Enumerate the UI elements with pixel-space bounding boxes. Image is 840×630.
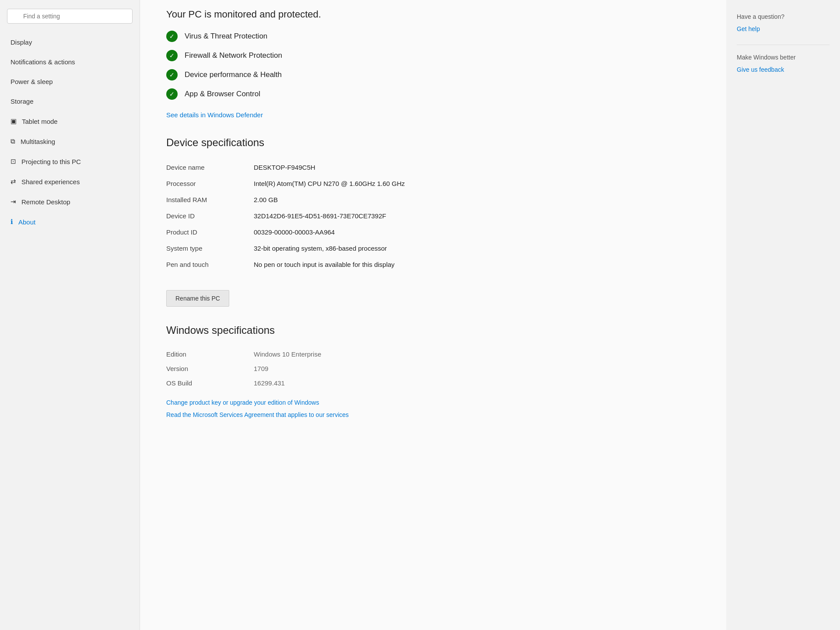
shared-label: Shared experiences [21, 178, 80, 186]
sidebar-item-multitasking[interactable]: ⧉ Multitasking [0, 131, 140, 151]
projecting-label: Projecting to this PC [21, 158, 81, 165]
windows-spec-value-os-build: 16299.431 [254, 376, 700, 390]
right-feedback-section: Make Windows better Give us feedback [737, 54, 830, 73]
device-perf-label: Device performance & Health [185, 70, 282, 79]
about-icon: ℹ [10, 218, 13, 226]
services-link[interactable]: Read the Microsoft Services Agreement th… [166, 411, 700, 418]
spec-row-ram: Installed RAM 2.00 GB [166, 192, 700, 208]
windows-spec-row-edition: Edition Windows 10 Enterprise [166, 347, 700, 361]
spec-value-device-id: 32D142D6-91E5-4D51-8691-73E70CE7392F [254, 208, 700, 224]
right-divider [737, 45, 830, 45]
windows-spec-row-os-build: OS Build 16299.431 [166, 376, 700, 390]
windows-spec-section: Windows specifications Edition Windows 1… [166, 324, 700, 418]
spec-label-ram: Installed RAM [166, 192, 254, 208]
see-details-link[interactable]: See details in Windows Defender [166, 111, 263, 119]
windows-spec-row-version: Version 1709 [166, 361, 700, 376]
spec-label-pen-touch: Pen and touch [166, 256, 254, 273]
spec-row-product-id: Product ID 00329-00000-00003-AA964 [166, 224, 700, 240]
windows-spec-label-version: Version [166, 361, 254, 376]
sidebar-item-about[interactable]: ℹ About [0, 212, 140, 232]
firewall-label: Firewall & Network Protection [185, 51, 282, 60]
check-icon-device-perf: ✓ [166, 69, 178, 80]
spec-row-system-type: System type 32-bit operating system, x86… [166, 240, 700, 256]
check-icon-virus: ✓ [166, 31, 178, 42]
give-feedback-link[interactable]: Give us feedback [737, 66, 830, 73]
search-container [7, 9, 133, 24]
display-label: Display [10, 38, 32, 46]
multitasking-icon: ⧉ [10, 137, 15, 145]
tablet-icon: ▣ [10, 117, 17, 125]
shared-icon: ⇄ [10, 178, 16, 186]
change-key-link[interactable]: Change product key or upgrade your editi… [166, 399, 700, 406]
sidebar-item-projecting[interactable]: ⊡ Projecting to this PC [0, 151, 140, 172]
sidebar-item-notifications[interactable]: Notifications & actions [0, 52, 140, 72]
right-sidebar: Have a question? Get help Make Windows b… [726, 0, 840, 630]
check-icon-firewall: ✓ [166, 50, 178, 61]
spec-label-system-type: System type [166, 240, 254, 256]
search-input[interactable] [7, 9, 133, 24]
rename-pc-button[interactable]: Rename this PC [166, 290, 229, 307]
windows-spec-title: Windows specifications [166, 324, 700, 336]
notifications-label: Notifications & actions [10, 58, 75, 66]
right-question-section: Have a question? Get help [737, 13, 830, 32]
power-label: Power & sleep [10, 78, 53, 85]
app-browser-label: App & Browser Control [185, 90, 260, 98]
spec-label-device-id: Device ID [166, 208, 254, 224]
spec-label-processor: Processor [166, 175, 254, 192]
spec-value-ram: 2.00 GB [254, 192, 700, 208]
sidebar-item-display[interactable]: Display [0, 32, 140, 52]
windows-spec-table: Edition Windows 10 Enterprise Version 17… [166, 347, 700, 390]
remote-icon: ⇥ [10, 198, 16, 206]
projecting-icon: ⊡ [10, 158, 16, 165]
protected-title: Your PC is monitored and protected. [166, 9, 700, 20]
spec-value-device-name: DESKTOP-F949C5H [254, 159, 700, 175]
security-section: Your PC is monitored and protected. ✓ Vi… [166, 0, 700, 119]
spec-label-device-name: Device name [166, 159, 254, 175]
security-item-virus: ✓ Virus & Threat Protection [166, 31, 700, 42]
device-spec-section: Device specifications Device name DESKTO… [166, 136, 700, 307]
tablet-label: Tablet mode [22, 118, 58, 125]
spec-row-device-id: Device ID 32D142D6-91E5-4D51-8691-73E70C… [166, 208, 700, 224]
virus-label: Virus & Threat Protection [185, 32, 267, 41]
spec-row-processor: Processor Intel(R) Atom(TM) CPU N270 @ 1… [166, 175, 700, 192]
sidebar-item-storage[interactable]: Storage [0, 91, 140, 111]
spec-value-pen-touch: No pen or touch input is available for t… [254, 256, 700, 273]
security-item-device-perf: ✓ Device performance & Health [166, 69, 700, 80]
sidebar-item-shared[interactable]: ⇄ Shared experiences [0, 172, 140, 192]
about-label: About [18, 218, 35, 226]
sidebar-item-tablet[interactable]: ▣ Tablet mode [0, 111, 140, 131]
get-help-link[interactable]: Get help [737, 25, 830, 32]
spec-value-system-type: 32-bit operating system, x86-based proce… [254, 240, 700, 256]
multitasking-label: Multitasking [21, 138, 55, 145]
storage-label: Storage [10, 98, 34, 105]
windows-spec-value-edition: Windows 10 Enterprise [254, 347, 700, 361]
sidebar-item-power[interactable]: Power & sleep [0, 72, 140, 91]
spec-value-processor: Intel(R) Atom(TM) CPU N270 @ 1.60GHz 1.6… [254, 175, 700, 192]
have-question-label: Have a question? [737, 13, 830, 20]
main-content: Your PC is monitored and protected. ✓ Vi… [140, 0, 726, 630]
sidebar: Display Notifications & actions Power & … [0, 0, 140, 630]
spec-row-device-name: Device name DESKTOP-F949C5H [166, 159, 700, 175]
make-windows-better-label: Make Windows better [737, 54, 830, 61]
spec-row-pen-touch: Pen and touch No pen or touch input is a… [166, 256, 700, 273]
check-icon-app-browser: ✓ [166, 88, 178, 100]
sidebar-item-remote[interactable]: ⇥ Remote Desktop [0, 192, 140, 212]
remote-label: Remote Desktop [21, 198, 70, 206]
windows-spec-label-edition: Edition [166, 347, 254, 361]
spec-label-product-id: Product ID [166, 224, 254, 240]
device-spec-table: Device name DESKTOP-F949C5H Processor In… [166, 159, 700, 273]
device-spec-title: Device specifications [166, 136, 700, 149]
windows-spec-value-version: 1709 [254, 361, 700, 376]
security-item-firewall: ✓ Firewall & Network Protection [166, 50, 700, 61]
spec-value-product-id: 00329-00000-00003-AA964 [254, 224, 700, 240]
windows-spec-label-os-build: OS Build [166, 376, 254, 390]
security-item-app-browser: ✓ App & Browser Control [166, 88, 700, 100]
